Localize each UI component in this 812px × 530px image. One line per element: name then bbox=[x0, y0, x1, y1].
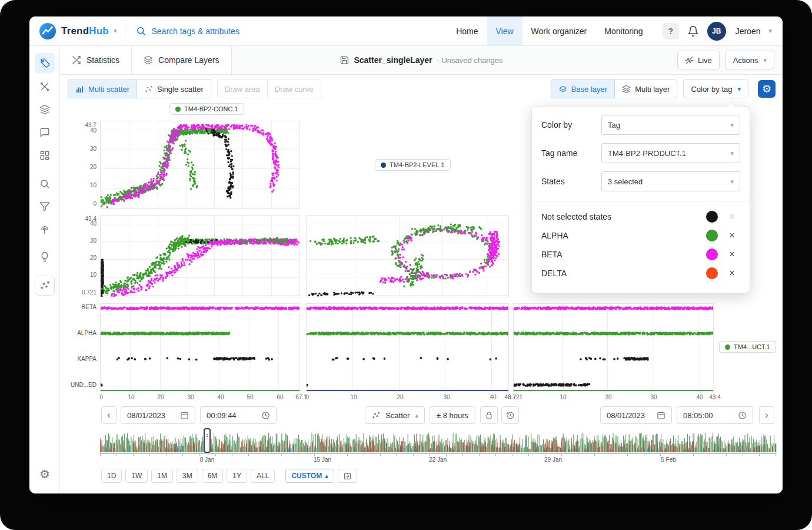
live-button[interactable]: Live bbox=[677, 51, 720, 69]
x-tick: 20 bbox=[387, 394, 413, 400]
brand-caret-down-icon[interactable]: ▾ bbox=[114, 27, 117, 35]
duration-button[interactable]: ± 8 hours bbox=[430, 406, 475, 424]
states-select[interactable]: 3 selected ▾ bbox=[601, 171, 740, 191]
range-1m-button[interactable]: 1M bbox=[151, 469, 173, 483]
x-tick: 30 bbox=[641, 394, 667, 400]
lock-button[interactable] bbox=[480, 406, 498, 424]
tab-statistics[interactable]: Statistics bbox=[60, 46, 132, 74]
range-6m-button[interactable]: 6M bbox=[202, 469, 224, 483]
range-3m-button[interactable]: 3M bbox=[177, 469, 198, 483]
tag-name-select[interactable]: TM4-BP2-PRODUCT.1 ▾ bbox=[601, 143, 740, 163]
sidebar-settings-button[interactable]: ⚙ bbox=[35, 464, 55, 484]
state-row-beta: BETA × bbox=[541, 245, 740, 264]
sidebar-recommendations-button[interactable] bbox=[35, 247, 55, 267]
nav-monitoring[interactable]: Monitoring bbox=[595, 16, 651, 45]
legend-product[interactable]: TM4...UCT.1 bbox=[719, 341, 776, 353]
notifications-bell-icon[interactable] bbox=[687, 25, 699, 37]
sidebar-dashboard-button[interactable] bbox=[35, 145, 55, 165]
range-custom-button[interactable]: CUSTOM ▴ bbox=[285, 469, 334, 483]
context-timeline[interactable] bbox=[100, 429, 777, 452]
end-date-field[interactable]: 08/01/2023 bbox=[600, 406, 672, 424]
nav-view[interactable]: View bbox=[487, 16, 523, 45]
color-by-select[interactable]: Tag ▾ bbox=[601, 115, 740, 135]
live-icon bbox=[685, 56, 694, 65]
range-all-button[interactable]: ALL bbox=[251, 469, 275, 483]
color-by-tag-button[interactable]: Color by tag ▾ bbox=[683, 80, 748, 98]
y-tick: 30 bbox=[60, 237, 96, 244]
legend-dot-green bbox=[175, 107, 181, 112]
caret-up-icon: ▴ bbox=[325, 472, 328, 480]
legend-conc[interactable]: TM4-BP2-CONC.1 bbox=[169, 103, 244, 115]
scatter-chart-level-center[interactable] bbox=[306, 215, 509, 297]
user-caret-down-icon[interactable]: ▾ bbox=[768, 27, 772, 35]
scatter-chart-level-left[interactable] bbox=[100, 215, 300, 297]
start-date-field[interactable]: 08/01/2023 bbox=[121, 406, 195, 424]
sidebar-filter-button[interactable] bbox=[35, 197, 55, 217]
timeline-slider-handle[interactable] bbox=[204, 428, 211, 453]
start-time-field[interactable]: 00:09:44 bbox=[200, 406, 277, 424]
lightbulb-icon bbox=[39, 251, 50, 262]
x-tick: 0 bbox=[294, 394, 320, 400]
timeline-tick: 22 Jan bbox=[420, 456, 455, 463]
avatar[interactable]: JB bbox=[707, 22, 726, 41]
base-layer-button[interactable]: Base layer bbox=[551, 80, 615, 98]
x-tick: 40 bbox=[208, 394, 234, 400]
remove-state-button[interactable]: × bbox=[724, 249, 740, 260]
clock-icon bbox=[738, 411, 747, 420]
sidebar-search-button[interactable] bbox=[35, 174, 55, 194]
multi-scatter-button[interactable]: Multi scatter bbox=[68, 80, 137, 98]
sidebar-layers-button[interactable] bbox=[35, 100, 55, 120]
range-1y-button[interactable]: 1Y bbox=[227, 469, 247, 483]
y-tick: 10 bbox=[60, 182, 96, 188]
sidebar-comments-button[interactable] bbox=[35, 122, 55, 143]
sidebar-tags-button[interactable] bbox=[35, 53, 55, 73]
sidebar-scatter-button[interactable] bbox=[35, 276, 55, 296]
chart-settings-button[interactable]: ⚙ bbox=[758, 80, 776, 98]
draw-area-button: Draw area bbox=[217, 80, 268, 98]
range-1d-button[interactable]: 1D bbox=[101, 469, 122, 483]
legend-level[interactable]: TM4-BP2-LEVEL.1 bbox=[375, 159, 451, 171]
nav-home[interactable]: Home bbox=[447, 16, 487, 45]
scatter-chart-conc[interactable] bbox=[100, 121, 300, 209]
help-button[interactable]: ? bbox=[663, 23, 679, 39]
user-name[interactable]: Jeroen bbox=[736, 26, 761, 36]
tab-compare-layers[interactable]: Compare Layers bbox=[132, 46, 232, 74]
chart-type-select[interactable]: Scatter ▴ bbox=[365, 406, 425, 424]
x-tick: -0.721 bbox=[501, 394, 527, 400]
category-label: UND...ED bbox=[60, 382, 96, 388]
tab-statistics-label: Statistics bbox=[86, 55, 119, 65]
step-back-button[interactable]: ‹ bbox=[101, 406, 117, 424]
strip-chart-middle[interactable] bbox=[306, 303, 509, 392]
caret-down-icon: ▾ bbox=[730, 121, 734, 129]
custom-range-picker-button[interactable] bbox=[338, 469, 357, 483]
nav-work-organizer[interactable]: Work organizer bbox=[523, 16, 596, 45]
sidebar-signal-button[interactable] bbox=[35, 220, 55, 240]
strip-chart-left[interactable] bbox=[100, 303, 300, 392]
caret-down-icon: ▾ bbox=[730, 150, 734, 157]
range-1w-button[interactable]: 1W bbox=[125, 469, 148, 483]
remove-state-button[interactable]: × bbox=[724, 268, 740, 279]
actions-button[interactable]: Actions ▾ bbox=[726, 51, 774, 69]
scatter-mode-toolbar: Multi scatter Single scatter Draw area D… bbox=[68, 80, 321, 98]
left-sidebar: ⚙ bbox=[29, 46, 60, 493]
strip-chart-right[interactable] bbox=[513, 303, 714, 392]
brand-secondary: Hub bbox=[89, 25, 109, 37]
x-tick: 43.4 bbox=[702, 394, 728, 400]
multi-layer-button[interactable]: Multi layer bbox=[614, 80, 677, 98]
step-forward-button[interactable]: › bbox=[759, 406, 774, 424]
save-icon[interactable] bbox=[340, 55, 349, 65]
search-bar[interactable]: Search tags & attributes bbox=[136, 26, 239, 36]
tab-compare-layers-label: Compare Layers bbox=[158, 55, 219, 65]
end-time-field[interactable]: 08:05:00 bbox=[677, 406, 753, 424]
legend-level-label: TM4-BP2-LEVEL.1 bbox=[390, 161, 445, 168]
history-button[interactable] bbox=[501, 406, 519, 424]
sidebar-tools-button[interactable] bbox=[35, 77, 55, 97]
brand[interactable]: TrendHub ▾ bbox=[39, 22, 117, 40]
timeline-tick: 29 Jan bbox=[535, 456, 571, 463]
remove-state-button[interactable]: × bbox=[724, 230, 740, 241]
calendar-icon bbox=[657, 411, 665, 420]
single-scatter-button[interactable]: Single scatter bbox=[137, 80, 211, 98]
category-label: ALPHA bbox=[60, 330, 96, 336]
state-color-chip bbox=[706, 249, 718, 260]
timeline-tick: 5 Feb bbox=[651, 456, 686, 463]
